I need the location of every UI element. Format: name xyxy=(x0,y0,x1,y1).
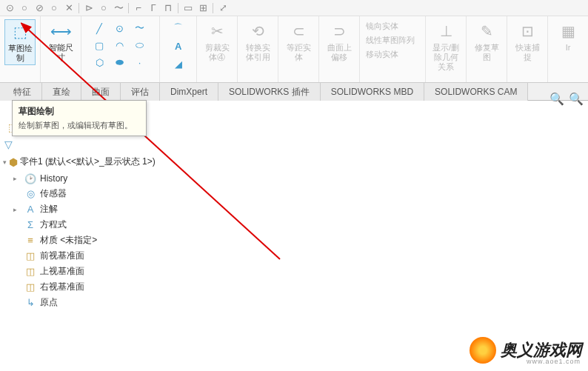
chamfer-icon[interactable]: ◢ xyxy=(170,56,187,71)
convert-label: 转换实体引用 xyxy=(244,43,272,62)
sketch-tools-col: ⌒ A ◢ xyxy=(170,19,187,71)
instant-button[interactable]: ▦ Ir xyxy=(552,19,584,54)
tree-item-icon: ◫ xyxy=(24,281,36,293)
qa-icon[interactable]: ⊓ xyxy=(161,1,175,15)
qa-icon[interactable]: ○ xyxy=(18,1,31,15)
sketch-icon: ⬚ xyxy=(10,21,30,42)
pattern-button[interactable]: 线性草图阵列 xyxy=(366,33,415,47)
watermark: 奥义游戏网 www.aoe1.com xyxy=(470,337,582,364)
quicksnap-label: 快速捕捉 xyxy=(513,43,541,62)
tree-item[interactable]: ◎ 传感器 xyxy=(13,186,179,201)
mirror-button[interactable]: 镜向实体 xyxy=(366,19,398,33)
qa-icon[interactable]: ○ xyxy=(47,1,61,15)
slot-icon[interactable]: ⬬ xyxy=(111,55,127,70)
view-search-icons: 🔍 🔍 xyxy=(549,92,584,106)
fillet-icon[interactable]: ⌒ xyxy=(170,21,187,36)
part-icon: ⬢ xyxy=(9,156,18,168)
tree-item-label: History xyxy=(40,173,67,184)
qa-icon[interactable]: ⊘ xyxy=(33,1,46,15)
line-icon[interactable]: ╱ xyxy=(91,21,107,36)
qa-icon[interactable]: ○ xyxy=(97,1,110,15)
offset-curve-button[interactable]: ⊃ 曲面上偏移 xyxy=(324,19,355,64)
part-title-label: 零件1 (默认<<默认>_显示状态 1>) xyxy=(20,156,156,168)
part-root[interactable]: ▾ ⬢ 零件1 (默认<<默认>_显示状态 1>) xyxy=(0,153,179,171)
rect-icon[interactable]: ▢ xyxy=(91,38,107,53)
offset-curve-label: 曲面上偏移 xyxy=(325,43,353,62)
tree-item-icon: ◫ xyxy=(24,250,36,262)
tree-item[interactable]: Σ 方程式 xyxy=(13,217,179,233)
sketch-tooltip: 草图绘制 绘制新草图，或编辑现有草图。 xyxy=(12,100,147,136)
separator xyxy=(78,3,79,13)
text-icon[interactable]: A xyxy=(170,39,187,53)
point-icon[interactable]: · xyxy=(131,55,147,70)
tab-addins[interactable]: SOLIDWORKS 插件 xyxy=(218,83,321,101)
tree-item[interactable]: ◫ 上视基准面 xyxy=(13,264,179,279)
smart-dimension-button[interactable]: ⟷ 智能尺寸 xyxy=(45,19,76,64)
tab-surfaces[interactable]: 曲面 xyxy=(81,83,121,101)
sketch-button[interactable]: ⬚ 草图绘制 xyxy=(4,19,36,65)
tree-item[interactable]: ▸ 🕑 History xyxy=(13,171,179,186)
convert-button[interactable]: ⟲ 转换实体引用 xyxy=(242,19,273,64)
watermark-url: www.aoe1.com xyxy=(527,358,581,365)
tab-features[interactable]: 特征 xyxy=(0,83,42,101)
relations-button[interactable]: ⊥ 显示/删除几何关系 xyxy=(430,19,461,73)
quicksnap-icon: ⊡ xyxy=(517,21,538,41)
convert-icon: ⟲ xyxy=(247,21,268,41)
search-options-icon[interactable]: 🔍 xyxy=(569,92,584,106)
offset-entity-icon: ⊂ xyxy=(288,21,309,41)
spline-icon[interactable]: 〜 xyxy=(131,21,147,36)
tree-item-label: 上视基准面 xyxy=(40,265,84,278)
separator xyxy=(178,3,178,13)
trim-label: 剪裁实体④ xyxy=(203,43,231,62)
tree-item-label: 前视基准面 xyxy=(40,250,84,262)
quicksnap-button[interactable]: ⊡ 快速捕捉 xyxy=(512,19,543,64)
qa-icon[interactable]: ⊞ xyxy=(196,1,210,15)
qa-icon[interactable]: ⤢ xyxy=(216,1,230,15)
offset-entity-button[interactable]: ⊂ 等距实体 xyxy=(283,19,314,64)
tree-item[interactable]: ◫ 前视基准面 xyxy=(13,248,179,264)
tab-mbd[interactable]: SOLIDWORKS MBD xyxy=(321,83,424,101)
circle-icon[interactable]: ⊙ xyxy=(111,21,127,36)
qa-icon[interactable]: ▭ xyxy=(181,1,195,15)
tree-item-icon: ◫ xyxy=(24,266,36,278)
tree-item-icon: ◎ xyxy=(24,188,36,200)
expand-icon[interactable]: ▸ xyxy=(13,175,21,182)
tree-item-icon: ↳ xyxy=(24,297,36,309)
trim-button[interactable]: ✂ 剪裁实体④ xyxy=(201,19,233,64)
funnel-icon[interactable]: ▽ xyxy=(4,138,13,150)
feature-tree: ▸ 🕑 History ◎ 传感器▸ A 注解 Σ 方程式 ≡ 材质 <未指定>… xyxy=(0,171,179,310)
qa-icon[interactable]: ⊙ xyxy=(3,1,16,15)
filter-row: ▽ xyxy=(0,136,179,153)
sketch-label: 草图绘制 xyxy=(7,44,33,63)
ellipse-icon[interactable]: ⬭ xyxy=(131,38,147,53)
tree-item[interactable]: ≡ 材质 <未指定> xyxy=(13,233,179,248)
qa-icon[interactable]: ✕ xyxy=(62,1,76,15)
qa-icon[interactable]: ⊳ xyxy=(82,1,96,15)
tab-cam[interactable]: SOLIDWORKS CAM xyxy=(424,83,528,101)
arc-icon[interactable]: ◠ xyxy=(111,38,127,53)
tab-dimxpert[interactable]: DimXpert xyxy=(160,83,218,101)
relations-label: 显示/删除几何关系 xyxy=(432,43,460,72)
qa-icon[interactable]: Γ xyxy=(147,1,160,15)
repair-button[interactable]: ✎ 修复草图 xyxy=(471,19,502,64)
qa-icon[interactable]: 〜 xyxy=(112,1,125,15)
ribbon: ⬚ 草图绘制 ⟷ 智能尺寸 ╱ ⊙ 〜 ▢ ◠ ⬭ ⬡ ⬬ · ⌒ A ◢ ✂ xyxy=(0,16,588,83)
move-button[interactable]: 移动实体 xyxy=(366,47,398,61)
expand-icon[interactable]: ▸ xyxy=(13,206,21,213)
tab-evaluate[interactable]: 评估 xyxy=(121,83,160,101)
polygon-icon[interactable]: ⬡ xyxy=(91,55,107,70)
sketch-tools-grid: ╱ ⊙ 〜 ▢ ◠ ⬭ ⬡ ⬬ · xyxy=(91,19,149,70)
expand-icon[interactable]: ▾ xyxy=(3,158,7,166)
tab-sketch[interactable]: 直绘 xyxy=(42,83,81,101)
search-icon[interactable]: 🔍 xyxy=(549,92,564,106)
qa-icon[interactable]: ⌐ xyxy=(132,1,145,15)
tooltip-title: 草图绘制 xyxy=(19,105,140,118)
tree-item[interactable]: ↳ 原点 xyxy=(13,295,179,310)
repair-label: 修复草图 xyxy=(472,43,501,62)
tree-item[interactable]: ▸ A 注解 xyxy=(13,201,179,217)
tree-item[interactable]: ◫ 右视基准面 xyxy=(13,279,179,295)
offset-entity-label: 等距实体 xyxy=(284,43,313,62)
tree-item-label: 原点 xyxy=(40,296,58,309)
relations-icon: ⊥ xyxy=(435,21,456,41)
instant-icon: ▦ xyxy=(558,21,578,41)
